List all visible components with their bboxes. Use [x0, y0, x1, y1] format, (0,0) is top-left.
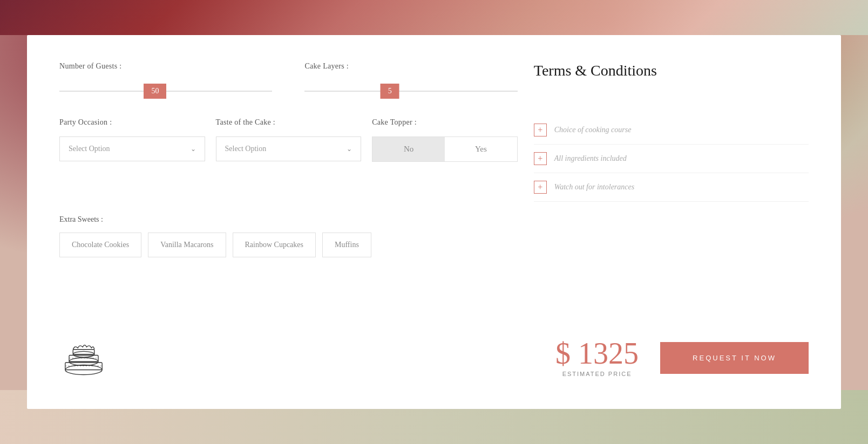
terms-item-2: + All ingredients included	[534, 145, 809, 173]
taste-cake-select[interactable]: Select Option ⌄	[216, 136, 362, 161]
taste-cake-group: Taste of the Cake : Select Option ⌄	[216, 118, 362, 202]
guests-slider-track: 50	[59, 91, 272, 92]
guests-value: 50	[151, 87, 159, 95]
svg-rect-3	[69, 356, 98, 362]
guests-slider-group: Number of Guests : 50	[59, 62, 272, 102]
plus-icon-2[interactable]: +	[534, 152, 547, 165]
terms-item-1: + Choice of cooking course	[534, 118, 809, 145]
price-display: $ 1325	[555, 338, 639, 368]
plus-icon-1[interactable]: +	[534, 124, 547, 136]
guests-slider-thumb[interactable]: 50	[144, 84, 166, 99]
plus-icon-3[interactable]: +	[534, 181, 547, 194]
terms-item-text-3: Watch out for intolerances	[554, 183, 634, 192]
terms-item-text-1: Choice of cooking course	[554, 126, 632, 134]
guests-slider-container[interactable]: 50	[59, 80, 272, 102]
layers-slider-container[interactable]: 5	[304, 80, 517, 102]
estimated-price-label: ESTIMATED PRICE	[555, 371, 639, 377]
layers-slider-track: 5	[304, 91, 517, 92]
modal-container: Number of Guests : 50 Cake Layers : 5	[27, 35, 841, 409]
extra-sweets-label: Extra Sweets :	[59, 215, 809, 224]
cake-topper-label: Cake Topper :	[372, 118, 518, 127]
chevron-down-icon-2: ⌄	[347, 145, 352, 153]
taste-cake-placeholder: Select Option	[225, 145, 267, 153]
terms-item-3: + Watch out for intolerances	[534, 173, 809, 202]
layers-slider-group: Cake Layers : 5	[304, 62, 517, 102]
dropdowns-toggle-area: Party Occasion : Select Option ⌄ Taste o…	[59, 118, 518, 202]
layers-slider-thumb[interactable]: 5	[381, 84, 399, 99]
party-occasion-placeholder: Select Option	[69, 145, 110, 153]
layers-label: Cake Layers :	[304, 62, 517, 71]
bottom-section: $ 1325 ESTIMATED PRICE REQUEST IT NOW	[59, 333, 809, 382]
sweet-item-rainbow-cupcakes[interactable]: Rainbow Cupcakes	[233, 233, 316, 257]
cake-icon	[59, 333, 108, 382]
extra-sweets-section: Extra Sweets : Chocolate Cookies Vanilla…	[59, 215, 809, 257]
taste-cake-label: Taste of the Cake :	[216, 118, 362, 127]
terms-items-area: + Choice of cooking course + All ingredi…	[518, 118, 809, 202]
party-occasion-group: Party Occasion : Select Option ⌄	[59, 118, 205, 202]
sweet-item-vanilla-macarons[interactable]: Vanilla Macarons	[148, 233, 226, 257]
price-value: 1325	[578, 337, 639, 370]
topper-no-button[interactable]: No	[372, 137, 445, 161]
sweet-item-chocolate-cookies[interactable]: Chocolate Cookies	[59, 233, 141, 257]
party-occasion-select[interactable]: Select Option ⌄	[59, 136, 205, 161]
cake-topper-toggle: No Yes	[372, 136, 518, 162]
row-dropdowns: Party Occasion : Select Option ⌄ Taste o…	[59, 118, 809, 202]
row-sliders: Number of Guests : 50 Cake Layers : 5	[59, 62, 809, 102]
layers-value: 5	[388, 87, 392, 95]
sweet-item-muffins[interactable]: Muffins	[322, 233, 371, 257]
topper-yes-button[interactable]: Yes	[445, 137, 517, 161]
terms-item-text-2: All ingredients included	[554, 154, 627, 163]
cake-topper-group: Cake Topper : No Yes	[372, 118, 518, 202]
sliders-area: Number of Guests : 50 Cake Layers : 5	[59, 62, 518, 102]
bg-top-decoration	[0, 0, 868, 35]
terms-title: Terms & Conditions	[534, 62, 809, 79]
price-area: $ 1325 ESTIMATED PRICE	[555, 338, 639, 377]
party-occasion-label: Party Occasion :	[59, 118, 205, 127]
chevron-down-icon: ⌄	[191, 145, 196, 153]
guests-label: Number of Guests :	[59, 62, 272, 71]
sweets-grid: Chocolate Cookies Vanilla Macarons Rainb…	[59, 233, 809, 257]
price-symbol: $	[555, 337, 571, 370]
terms-title-area: Terms & Conditions	[518, 62, 809, 102]
request-button[interactable]: REQUEST IT NOW	[660, 342, 809, 374]
terms-conditions-list: + Choice of cooking course + All ingredi…	[534, 118, 809, 202]
